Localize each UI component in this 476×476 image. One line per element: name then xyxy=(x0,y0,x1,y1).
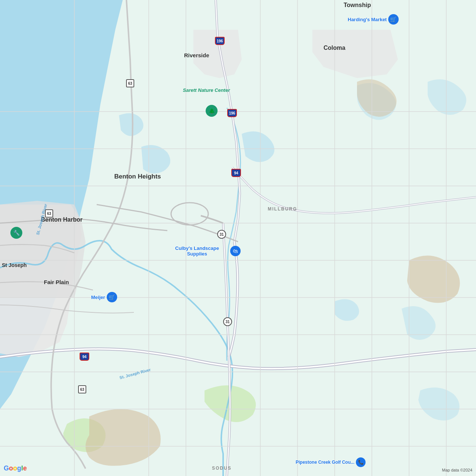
map-svg xyxy=(0,0,476,476)
map-container[interactable]: Township Coloma Riverside Sarett Nature … xyxy=(0,0,476,476)
